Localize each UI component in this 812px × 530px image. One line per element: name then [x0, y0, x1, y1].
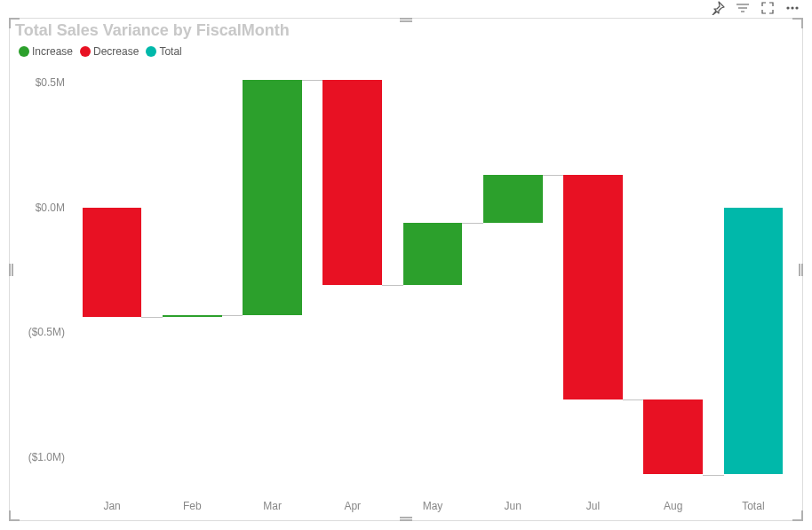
resize-handle-left[interactable] — [9, 264, 11, 276]
x-tick-label: Total — [742, 500, 764, 512]
legend: IncreaseDecreaseTotal — [19, 45, 186, 58]
bar-decrease[interactable] — [563, 175, 623, 399]
chart-title: Total Sales Variance by FiscalMonth — [15, 21, 290, 40]
connector-line — [703, 475, 723, 476]
bar-increase[interactable] — [163, 315, 222, 318]
x-tick-label: Mar — [263, 500, 282, 512]
connector-line — [543, 175, 563, 176]
connector-line — [623, 399, 643, 400]
legend-item[interactable]: Total — [146, 45, 181, 58]
connector-line — [382, 285, 402, 286]
x-tick-label: Aug — [664, 500, 682, 512]
x-tick-label: Jul — [586, 500, 600, 512]
resize-handle-right[interactable] — [801, 264, 803, 276]
x-tick-label: Jan — [103, 500, 120, 512]
x-tick-label: Feb — [183, 500, 202, 512]
x-tick-label: May — [423, 500, 443, 512]
y-tick-label: ($0.5M) — [28, 326, 65, 338]
connector-line — [222, 315, 243, 316]
bar-decrease[interactable] — [322, 80, 382, 285]
connector-line — [302, 80, 322, 81]
y-tick-label: $0.0M — [36, 202, 65, 214]
svg-point-1 — [792, 7, 793, 9]
legend-item[interactable]: Decrease — [80, 45, 139, 58]
bar-increase[interactable] — [243, 80, 302, 314]
resize-handle-bl[interactable] — [9, 510, 20, 521]
resize-handle-bottom[interactable] — [400, 519, 412, 521]
legend-swatch — [146, 46, 156, 57]
bar-increase[interactable] — [483, 175, 543, 222]
resize-handle-top[interactable] — [400, 18, 412, 20]
visual-toolbar — [711, 1, 800, 15]
resize-handle-tr[interactable] — [792, 18, 803, 28]
svg-point-0 — [787, 7, 789, 9]
connector-line — [141, 317, 162, 318]
pin-icon[interactable] — [711, 1, 725, 15]
x-tick-label: Apr — [344, 500, 361, 512]
plot-area[interactable]: $0.5M$0.0M($0.5M)($1.0M)JanFebMarAprMayJ… — [72, 70, 793, 494]
connector-line — [462, 223, 482, 224]
y-tick-label: ($1.0M) — [28, 451, 65, 463]
legend-swatch — [19, 46, 29, 57]
bar-decrease[interactable] — [83, 208, 142, 318]
bar-total[interactable] — [724, 208, 784, 475]
legend-item[interactable]: Increase — [19, 45, 73, 58]
bar-increase[interactable] — [403, 223, 463, 285]
legend-label: Decrease — [93, 45, 139, 58]
more-options-icon[interactable] — [785, 1, 800, 15]
chart-tile: Total Sales Variance by FiscalMonth Incr… — [9, 18, 803, 521]
focus-mode-icon[interactable] — [760, 1, 775, 15]
y-tick-label: $0.5M — [36, 76, 65, 89]
legend-label: Increase — [32, 45, 73, 58]
filter-icon[interactable] — [736, 1, 750, 15]
bar-decrease[interactable] — [643, 399, 703, 474]
resize-handle-br[interactable] — [792, 510, 803, 521]
legend-swatch — [80, 46, 91, 57]
svg-point-2 — [796, 7, 798, 9]
x-tick-label: Jun — [505, 500, 521, 512]
legend-label: Total — [159, 45, 181, 58]
